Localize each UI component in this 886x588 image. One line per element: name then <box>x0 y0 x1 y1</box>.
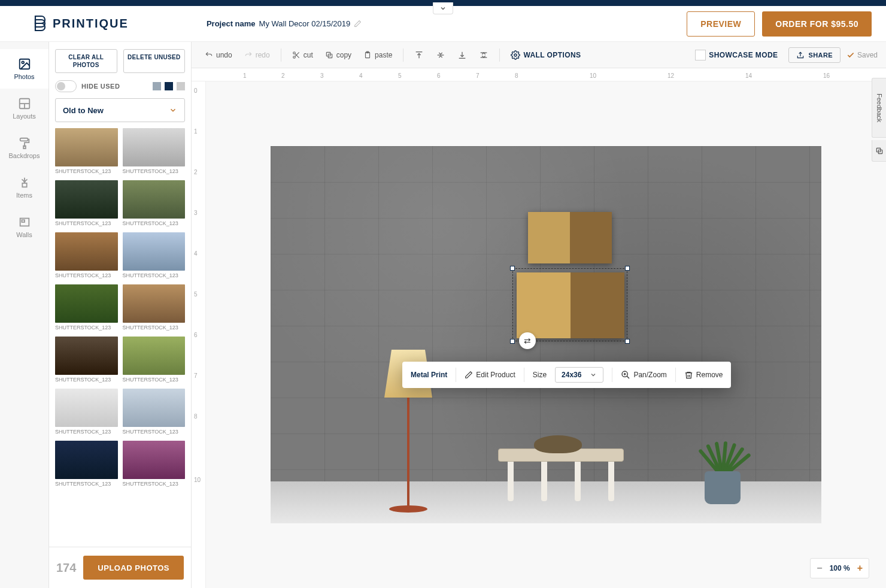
scissors-icon <box>292 51 301 59</box>
list-item[interactable]: SHUTTERSTOCK_123 <box>123 337 186 387</box>
stage[interactable]: ⇄ <box>206 81 886 588</box>
trash-icon <box>684 371 693 380</box>
logo[interactable]: PRINTIQUE <box>32 15 129 33</box>
feedback-tab[interactable]: Feedback <box>872 78 886 138</box>
pencil-icon[interactable] <box>354 20 362 28</box>
size-label: Size <box>533 371 547 379</box>
check-icon <box>846 51 855 59</box>
list-item[interactable]: SHUTTERSTOCK_123 <box>55 337 118 387</box>
plant-item[interactable] <box>696 420 750 504</box>
upload-photos-button[interactable]: UPLOAD PHOTOS <box>83 556 184 580</box>
resize-handle-nw[interactable] <box>510 266 515 271</box>
wall-options-button[interactable]: WALL OPTIONS <box>506 50 585 60</box>
selection-toolbar: Metal Print Edit Product Size 24x36 Pan/… <box>402 362 731 388</box>
edit-product-button[interactable]: Edit Product <box>465 371 515 379</box>
canvas-area: undo redo cut copy paste WALL OPTIONS SH… <box>192 42 886 588</box>
ruler-vertical: 0 1 2 3 4 5 6 7 8 10 <box>192 81 206 588</box>
align-middle-button[interactable] <box>431 50 450 60</box>
distribute-button[interactable] <box>474 50 493 60</box>
gear-icon <box>511 50 520 60</box>
wall-canvas[interactable]: ⇄ <box>271 146 821 523</box>
list-item[interactable]: SHUTTERSTOCK_123 <box>55 232 118 283</box>
rail-items[interactable]: Items <box>0 168 48 207</box>
hide-used-label: HIDE USED <box>81 83 148 90</box>
remove-button[interactable]: Remove <box>684 371 723 380</box>
resize-handle-ne[interactable] <box>625 266 630 271</box>
chevron-down-icon <box>169 106 177 114</box>
preview-button[interactable]: PREVIEW <box>687 11 755 37</box>
clear-all-button[interactable]: CLEAR ALL PHOTOS <box>55 49 117 73</box>
showcase-mode-toggle[interactable]: SHOWCASE MODE <box>690 50 782 60</box>
chevron-down-icon <box>590 371 597 378</box>
layout-icon <box>18 97 31 110</box>
resize-handle-sw[interactable] <box>510 339 515 344</box>
list-item[interactable]: SHUTTERSTOCK_123 <box>123 284 186 335</box>
list-item[interactable]: SHUTTERSTOCK_123 <box>55 180 118 231</box>
undo-button[interactable]: undo <box>200 51 237 59</box>
view-small-icon[interactable] <box>177 82 185 90</box>
list-item[interactable]: SHUTTERSTOCK_123 <box>123 232 186 283</box>
zoom-control: − 100 % + <box>810 558 869 578</box>
svg-point-10 <box>293 51 295 54</box>
magnify-plus-icon <box>621 370 630 380</box>
rail-walls[interactable]: Walls <box>0 207 48 247</box>
view-medium-icon[interactable] <box>165 82 173 90</box>
sort-select[interactable]: Old to New <box>55 98 185 122</box>
rail-layouts[interactable]: Layouts <box>0 89 48 128</box>
project-name: Project name My Wall Decor 02/15/2019 <box>207 19 362 28</box>
rail-photos[interactable]: Photos <box>0 49 48 89</box>
photo-count: 174 <box>56 561 76 575</box>
top-dropdown-tab[interactable] <box>433 2 453 14</box>
list-item[interactable]: SHUTTERSTOCK_123 <box>123 389 186 440</box>
rail-backdrops[interactable]: Backdrops <box>0 128 48 168</box>
delete-unused-button[interactable]: DELETE UNUSED <box>123 49 186 73</box>
list-item[interactable]: SHUTTERSTOCK_123 <box>123 180 186 231</box>
view-large-icon[interactable] <box>153 82 161 90</box>
paste-button[interactable]: paste <box>359 51 397 59</box>
pencil-icon <box>465 371 473 379</box>
hide-used-toggle[interactable] <box>55 80 77 92</box>
share-button[interactable]: SHARE <box>788 47 841 63</box>
list-item[interactable]: SHUTTERSTOCK_123 <box>55 284 118 335</box>
svg-rect-7 <box>22 183 26 187</box>
zoom-in-button[interactable]: + <box>857 563 863 574</box>
redo-button[interactable]: redo <box>239 51 275 59</box>
list-item[interactable]: SHUTTERSTOCK_123 <box>55 389 118 440</box>
swap-button[interactable]: ⇄ <box>519 332 536 349</box>
plant-icon <box>18 176 31 189</box>
align-top-icon <box>414 50 424 60</box>
bench-item[interactable] <box>498 448 624 502</box>
resize-handle-se[interactable] <box>625 339 630 344</box>
list-item[interactable]: SHUTTERSTOCK_123 <box>55 128 118 179</box>
list-item[interactable]: SHUTTERSTOCK_123 <box>123 441 186 492</box>
distribute-icon <box>479 50 488 60</box>
project-value: My Wall Decor 02/15/2019 <box>259 19 351 28</box>
list-item[interactable]: SHUTTERSTOCK_123 <box>55 441 118 492</box>
svg-rect-6 <box>23 146 26 149</box>
canvas-print-1[interactable] <box>528 212 612 263</box>
size-select[interactable]: 24x36 <box>555 367 603 383</box>
order-button[interactable]: ORDER FOR $95.50 <box>762 11 872 37</box>
logo-text: PRINTIQUE <box>53 17 129 31</box>
feedback-icon-tab[interactable] <box>872 140 886 162</box>
cut-button[interactable]: cut <box>287 51 318 59</box>
saved-indicator: Saved <box>846 51 878 59</box>
sort-value: Old to New <box>63 106 104 115</box>
align-top-button[interactable] <box>409 50 429 60</box>
svg-point-11 <box>293 56 295 58</box>
list-item[interactable]: SHUTTERSTOCK_123 <box>123 128 186 179</box>
pan-zoom-button[interactable]: Pan/Zoom <box>621 370 666 380</box>
copy-button[interactable]: copy <box>320 51 356 59</box>
svg-rect-9 <box>22 220 25 222</box>
checkbox-icon <box>695 50 706 60</box>
canvas-print-2[interactable] <box>517 272 624 338</box>
svg-point-1 <box>22 61 24 63</box>
zoom-value: 100 % <box>830 564 850 572</box>
side-panel: CLEAR ALL PHOTOS DELETE UNUSED HIDE USED… <box>49 42 192 588</box>
selection-box[interactable]: ⇄ <box>512 268 627 341</box>
align-bottom-icon <box>457 50 467 60</box>
sidebar-rail: Photos Layouts Backdrops Items Walls <box>0 42 49 588</box>
zoom-out-button[interactable]: − <box>817 563 822 574</box>
align-bottom-button[interactable] <box>453 50 472 60</box>
thumb-size-controls[interactable] <box>153 82 185 90</box>
